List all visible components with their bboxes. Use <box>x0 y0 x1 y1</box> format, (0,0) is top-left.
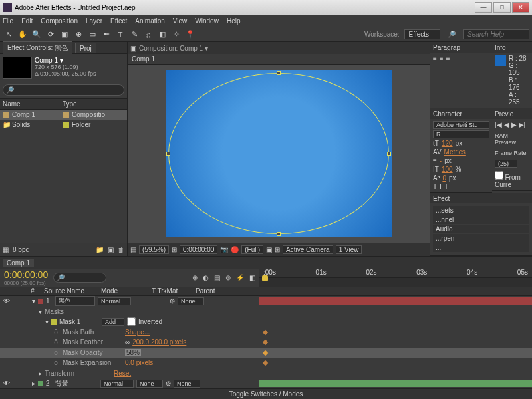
character-panel-title[interactable]: Character <box>433 110 462 118</box>
tl-tool-icon[interactable]: ▤ <box>214 274 220 281</box>
mask-opacity-row[interactable]: ŏMask Opacity58% <box>0 348 532 358</box>
keyframe-icon[interactable] <box>263 340 268 345</box>
menu-edit[interactable]: Edit <box>21 17 33 25</box>
layer-1-name[interactable]: 黑色 <box>55 296 95 306</box>
panbehind-tool-icon[interactable]: ⊕ <box>72 29 84 41</box>
layer-2-row[interactable]: 👁 ▸ 2 背景 Normal None ⊚ None <box>0 378 532 388</box>
effect-cat-more[interactable]: ... <box>433 243 529 252</box>
project-search-input[interactable] <box>3 84 124 96</box>
layer-2-mode[interactable]: Normal <box>100 380 134 388</box>
layer-2-trkmat[interactable]: None <box>136 380 163 388</box>
align-right-icon[interactable]: ≡ <box>446 55 450 62</box>
col-type[interactable]: Type <box>63 100 77 108</box>
tl-tool-icon[interactable]: ⊙ <box>225 274 231 281</box>
comp-time[interactable]: 0:00:00:00 <box>180 245 217 254</box>
brush-tool-icon[interactable]: ✎ <box>128 29 140 41</box>
maximize-button[interactable]: □ <box>493 2 511 13</box>
comp-tab-prefix[interactable]: Composition: Comp 1 ▾ <box>139 45 208 52</box>
mask-handle-top[interactable] <box>277 71 281 75</box>
menu-window[interactable]: Window <box>195 17 219 25</box>
new-folder-icon[interactable]: 📁 <box>96 246 104 253</box>
puppet-tool-icon[interactable]: 📍 <box>184 29 196 41</box>
mask-feather-row[interactable]: ŏMask Feather∞ 200.0,200.0 pixels <box>0 337 532 347</box>
effect-controls-tab[interactable]: Effect Controls: 黑色 <box>3 41 72 54</box>
channel-icon[interactable]: 🔴 <box>231 246 239 253</box>
masks-group-row[interactable]: ▾Masks <box>0 307 532 317</box>
font-family-dropdown[interactable]: Adobe Heiti Std <box>433 121 489 129</box>
tl-tool-icon[interactable]: ⚡ <box>236 274 244 281</box>
mask-ellipse[interactable] <box>168 73 389 234</box>
roto-tool-icon[interactable]: ✧ <box>170 29 182 41</box>
stopwatch-icon[interactable]: ŏ <box>52 359 60 366</box>
mask-handle-left[interactable] <box>166 152 170 156</box>
transform-row[interactable]: ▸TransformReset <box>0 368 532 378</box>
current-time-indicator[interactable] <box>265 278 265 286</box>
new-comp-icon[interactable]: ▣ <box>108 246 114 253</box>
text-tool-icon[interactable]: T <box>114 29 126 41</box>
font-style-dropdown[interactable]: R <box>433 130 489 138</box>
camera-tool-icon[interactable]: ▣ <box>59 29 70 41</box>
align-left-icon[interactable]: ≡ <box>433 55 437 62</box>
rotate-tool-icon[interactable]: ⟳ <box>45 29 57 41</box>
parent-pick-icon[interactable]: ⊚ <box>166 380 171 387</box>
effect-cat-nnel[interactable]: ...nnel <box>433 215 529 224</box>
effect-cat-sets[interactable]: ...sets <box>433 206 529 215</box>
effects-panel-title[interactable]: Effect <box>433 195 450 202</box>
time-ruler[interactable]: :00s 01s 02s 03s 04s 05s <box>259 269 532 278</box>
stopwatch-icon[interactable]: ŏ <box>52 349 60 356</box>
resolution-dropdown[interactable]: (Full) <box>241 245 263 254</box>
stamp-tool-icon[interactable]: ⎌ <box>142 29 154 41</box>
timecode[interactable]: 0:00:00:00 <box>4 269 48 280</box>
vscale-value[interactable]: 100 <box>442 166 453 173</box>
canvas[interactable] <box>166 70 392 237</box>
next-frame-icon[interactable]: ▶| <box>519 121 526 128</box>
bpc-toggle[interactable]: 8 bpc <box>13 246 29 253</box>
selection-tool-icon[interactable]: ↖ <box>3 29 15 41</box>
first-frame-icon[interactable]: |◀ <box>495 121 502 128</box>
stopwatch-icon[interactable]: ŏ <box>52 338 60 346</box>
play-icon[interactable]: ▶ <box>511 121 517 128</box>
roi-icon[interactable]: ▣ <box>266 246 272 253</box>
paragraph-panel-title[interactable]: Paragrap <box>433 44 460 51</box>
comp-breadcrumb[interactable]: Comp 1 <box>132 55 155 63</box>
menu-help[interactable]: Help <box>227 17 241 25</box>
info-panel-title[interactable]: Info <box>495 44 506 51</box>
mask-path-row[interactable]: ŏMask PathShape... <box>0 327 532 337</box>
font-size-value[interactable]: 120 <box>442 140 453 147</box>
tl-tool-icon[interactable]: ◧ <box>249 274 255 281</box>
comp-time-icon[interactable]: ⊞ <box>172 246 177 253</box>
mask-handle-right[interactable] <box>387 152 391 156</box>
layer-1-mode[interactable]: Normal <box>98 297 131 305</box>
parent-pick-icon[interactable]: ⊚ <box>170 297 175 305</box>
framerate-dropdown[interactable]: (25) <box>495 160 517 168</box>
eye-icon[interactable]: 👁 <box>3 380 11 387</box>
kerning-value[interactable]: Metrics <box>444 148 466 156</box>
layer-1-parent[interactable]: None <box>178 297 204 305</box>
hand-tool-icon[interactable]: ✋ <box>17 29 29 41</box>
effect-cat-rpen[interactable]: ...rpen <box>433 234 529 243</box>
camera-dropdown[interactable]: Active Camera <box>283 245 333 254</box>
comp-name[interactable]: Comp 1 ▾ <box>35 57 96 64</box>
text-style-buttons[interactable]: T T T <box>433 183 489 190</box>
timeline-search[interactable] <box>53 273 106 283</box>
grid-icon[interactable]: ⊞ <box>275 246 280 253</box>
effect-cat-audio[interactable]: Audio <box>433 225 529 233</box>
layer-1-bar[interactable] <box>259 297 532 305</box>
project-row-comp1[interactable]: Comp 1 Compositio <box>0 110 127 120</box>
mask-path-value[interactable]: Shape... <box>125 329 150 336</box>
snapshot-icon[interactable]: 📷 <box>220 246 228 253</box>
prev-frame-icon[interactable]: ◀ <box>504 121 509 128</box>
col-name[interactable]: Name <box>3 100 63 108</box>
link-icon[interactable]: ∞ <box>125 338 130 346</box>
from-current-checkbox[interactable] <box>495 171 503 180</box>
menu-layer[interactable]: Layer <box>86 17 102 25</box>
tracking-value[interactable]: - <box>440 157 442 164</box>
keyframe-icon[interactable] <box>263 350 268 355</box>
align-center-icon[interactable]: ≡ <box>440 55 444 62</box>
interpret-icon[interactable]: ▦ <box>3 246 9 253</box>
transform-reset[interactable]: Reset <box>114 370 131 377</box>
pen-tool-icon[interactable]: ✒ <box>100 29 112 41</box>
tl-tool-icon[interactable]: ⊕ <box>192 274 198 281</box>
baseline-value[interactable]: 0 <box>442 174 446 182</box>
trash-icon[interactable]: 🗑 <box>118 246 124 253</box>
